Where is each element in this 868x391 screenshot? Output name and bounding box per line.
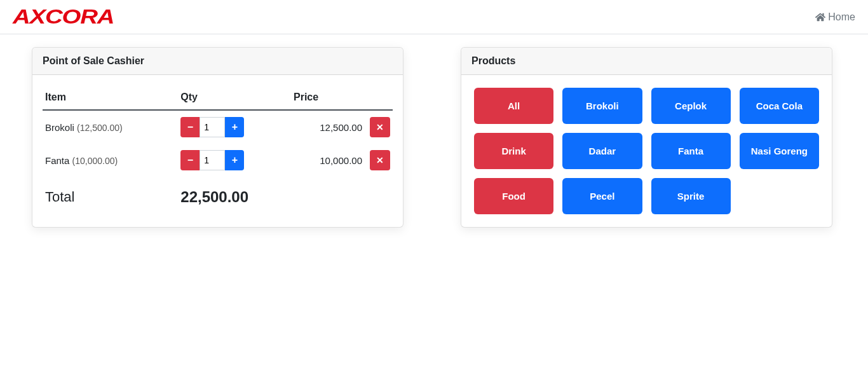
qty-cell: −+: [178, 144, 291, 177]
quantity-stepper: −+: [180, 117, 288, 137]
product-button-dadar[interactable]: Dadar: [562, 133, 642, 169]
product-grid: AllBrokoliCeplokCoca ColaDrinkDadarFanta…: [461, 75, 832, 227]
col-item: Item: [43, 85, 178, 110]
delete-cell: ✕: [367, 110, 393, 144]
product-button-drink[interactable]: Drink: [474, 133, 553, 169]
product-button-brokoli[interactable]: Brokoli: [562, 88, 642, 124]
qty-minus-button[interactable]: −: [180, 117, 200, 137]
qty-plus-button[interactable]: +: [225, 117, 244, 137]
cashier-panel: Point of Sale Cashier Item Qty Price Bro…: [32, 47, 403, 228]
item-name: Brokoli: [45, 122, 74, 133]
home-link[interactable]: Home: [815, 11, 855, 23]
quantity-stepper: −+: [180, 150, 288, 170]
qty-input[interactable]: [200, 117, 225, 137]
product-button-ceplok[interactable]: Ceplok: [651, 88, 731, 124]
cashier-title: Point of Sale Cashier: [32, 48, 403, 75]
table-row: Fanta (10,000.00)−+10,000.00✕: [43, 144, 393, 177]
brand-logo: AXCORA: [13, 5, 114, 29]
home-label: Home: [828, 11, 855, 23]
price-cell: 10,000.00: [291, 144, 367, 177]
home-icon: [815, 12, 825, 22]
item-cell: Brokoli (12,500.00): [43, 110, 178, 144]
qty-minus-button[interactable]: −: [180, 150, 200, 170]
col-price: Price: [291, 85, 367, 110]
qty-input[interactable]: [200, 150, 225, 170]
col-delete: [367, 85, 393, 110]
delete-button[interactable]: ✕: [370, 150, 390, 170]
cashier-table: Item Qty Price Brokoli (12,500.00)−+12,5…: [43, 85, 393, 212]
main-container: Point of Sale Cashier Item Qty Price Bro…: [0, 34, 868, 240]
item-name: Fanta: [45, 155, 69, 166]
navbar: AXCORA Home: [0, 0, 868, 34]
products-panel: Products AllBrokoliCeplokCoca ColaDrinkD…: [461, 47, 832, 228]
products-title: Products: [461, 48, 832, 75]
item-unit-price: (12,500.00): [77, 123, 123, 133]
product-button-all[interactable]: All: [474, 88, 553, 124]
product-button-pecel[interactable]: Pecel: [562, 178, 642, 214]
product-button-coca-cola[interactable]: Coca Cola: [740, 88, 819, 124]
delete-button[interactable]: ✕: [370, 117, 390, 137]
qty-plus-button[interactable]: +: [225, 150, 244, 170]
total-value: 22,500.00: [178, 177, 393, 212]
total-row: Total22,500.00: [43, 177, 393, 212]
product-button-nasi-goreng[interactable]: Nasi Goreng: [740, 133, 819, 169]
delete-cell: ✕: [367, 144, 393, 177]
price-cell: 12,500.00: [291, 110, 367, 144]
product-button-fanta[interactable]: Fanta: [651, 133, 731, 169]
col-qty: Qty: [178, 85, 291, 110]
product-button-food[interactable]: Food: [474, 178, 553, 214]
qty-cell: −+: [178, 110, 291, 144]
item-cell: Fanta (10,000.00): [43, 144, 178, 177]
product-button-sprite[interactable]: Sprite: [651, 178, 731, 214]
total-label: Total: [43, 177, 178, 212]
item-unit-price: (10,000.00): [72, 156, 118, 166]
table-row: Brokoli (12,500.00)−+12,500.00✕: [43, 110, 393, 144]
